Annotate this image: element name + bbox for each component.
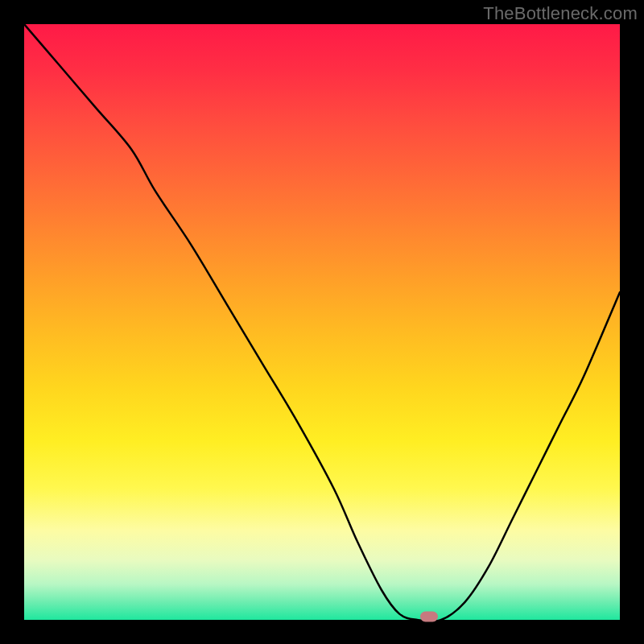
bottleneck-curve-path <box>24 24 620 620</box>
chart-frame: TheBottleneck.com <box>0 0 644 644</box>
chart-svg <box>24 24 620 620</box>
optimal-point-marker <box>420 612 438 622</box>
watermark-text: TheBottleneck.com <box>483 3 638 24</box>
